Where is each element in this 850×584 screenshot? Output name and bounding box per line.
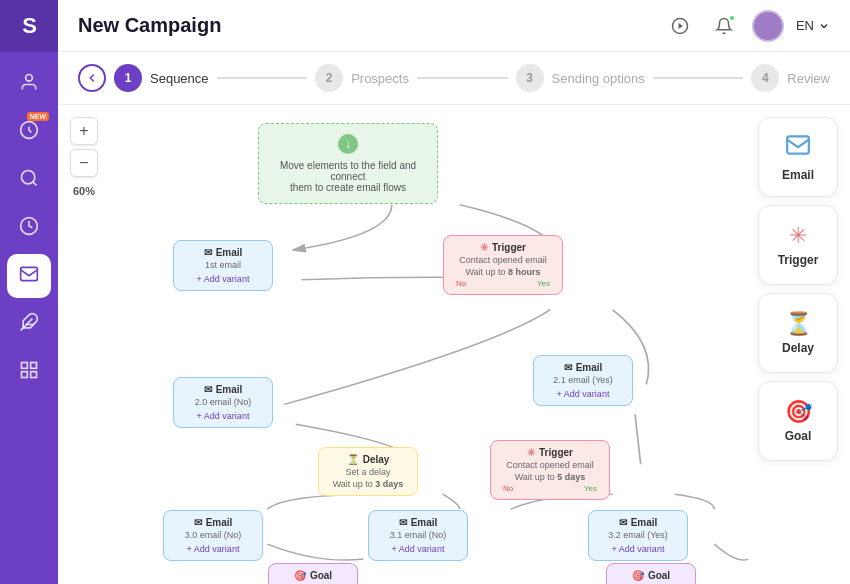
- plugins-icon: [19, 312, 39, 337]
- trigger-1-icon: ✳: [480, 242, 488, 253]
- sidebar-nav: NEW: [7, 52, 51, 584]
- add-variant-email-30[interactable]: + Add variant: [176, 544, 250, 554]
- svg-rect-13: [787, 136, 809, 153]
- add-variant-email-1st[interactable]: + Add variant: [186, 274, 260, 284]
- sidebar-item-email[interactable]: [7, 254, 51, 298]
- step-2[interactable]: 2 Prospects: [315, 64, 409, 92]
- notification-dot: [728, 14, 736, 22]
- panel-email-label: Email: [782, 168, 814, 182]
- svg-rect-7: [22, 362, 28, 368]
- svg-rect-8: [31, 362, 37, 368]
- svg-point-2: [22, 170, 35, 183]
- svg-rect-10: [22, 371, 28, 377]
- node-trigger-1-sub1: Contact opened email: [456, 255, 550, 265]
- panel-card-email[interactable]: Email: [758, 117, 838, 197]
- trigger-2-no: No: [503, 484, 513, 493]
- node-email-32[interactable]: ✉ Email 3.2 email (Yes) + Add variant: [588, 510, 688, 561]
- page-title: New Campaign: [78, 14, 664, 37]
- step-divider-1: [217, 77, 308, 79]
- node-trigger-2-title: ✳ Trigger: [503, 447, 597, 458]
- node-email-21[interactable]: ✉ Email 2.1 email (Yes) + Add variant: [533, 355, 633, 406]
- header-actions: EN: [664, 10, 830, 42]
- video-button[interactable]: [664, 10, 696, 42]
- sidebar-item-grid[interactable]: [7, 350, 51, 394]
- goal-1-icon: 🎯: [294, 570, 306, 581]
- search-icon: [19, 168, 39, 193]
- sidebar-item-contacts[interactable]: [7, 62, 51, 106]
- language-label: EN: [796, 18, 814, 33]
- node-delay-sub1: Set a delay: [331, 467, 405, 477]
- trigger-1-labels: No Yes: [456, 279, 550, 288]
- node-email-20[interactable]: ✉ Email 2.0 email (No) + Add variant: [173, 377, 273, 428]
- back-button[interactable]: [78, 64, 106, 92]
- email-31-icon: ✉: [399, 517, 407, 528]
- panel-delay-label: Delay: [782, 341, 814, 355]
- language-selector[interactable]: EN: [796, 18, 830, 33]
- step-1[interactable]: 1 Sequence: [114, 64, 209, 92]
- zoom-out-button[interactable]: −: [70, 149, 98, 177]
- goal-2-icon: 🎯: [632, 570, 644, 581]
- node-trigger-1[interactable]: ✳ Trigger Contact opened email Wait up t…: [443, 235, 563, 295]
- add-variant-email-21[interactable]: + Add variant: [546, 389, 620, 399]
- add-variant-email-32[interactable]: + Add variant: [601, 544, 675, 554]
- panel-delay-icon: ⏳: [785, 311, 812, 337]
- contacts-icon: [19, 72, 39, 97]
- panel-trigger-icon: ✳: [789, 223, 807, 249]
- canvas-toolbar: + − 60%: [70, 117, 98, 197]
- main-content: New Campaign EN 1 Sequence: [58, 0, 850, 584]
- trigger-2-yes: Yes: [584, 484, 597, 493]
- sidebar-item-activity[interactable]: [7, 206, 51, 250]
- app-logo[interactable]: S: [0, 0, 58, 52]
- email-node-icon: ✉: [204, 247, 212, 258]
- svg-rect-4: [21, 267, 38, 280]
- hint-node: ↓ Move elements to the field and connect…: [258, 123, 438, 204]
- panel-card-delay[interactable]: ⏳ Delay: [758, 293, 838, 373]
- node-trigger-2-sub2: Wait up to 5 days: [503, 472, 597, 482]
- flow-canvas: ↓ Move elements to the field and connect…: [58, 105, 850, 584]
- zoom-in-button[interactable]: +: [70, 117, 98, 145]
- sidebar-item-leads[interactable]: NEW: [7, 110, 51, 154]
- node-email-31-sub: 3.1 email (No): [381, 530, 455, 540]
- node-goal-1[interactable]: 🎯 Goal Not interested: [268, 563, 358, 584]
- step-4-label: Review: [787, 71, 830, 86]
- add-variant-email-20[interactable]: + Add variant: [186, 411, 260, 421]
- user-avatar[interactable]: [752, 10, 784, 42]
- sidebar-item-search[interactable]: [7, 158, 51, 202]
- node-email-21-title: ✉ Email: [546, 362, 620, 373]
- sidebar: S NEW: [0, 0, 58, 584]
- node-email-1st[interactable]: ✉ Email 1st email + Add variant: [173, 240, 273, 291]
- node-goal-2-title: 🎯 Goal: [619, 570, 683, 581]
- node-delay-1[interactable]: ⏳ Delay Set a delay Wait up to 3 days: [318, 447, 418, 496]
- notifications-button[interactable]: [708, 10, 740, 42]
- email-30-icon: ✉: [194, 517, 202, 528]
- node-email-31[interactable]: ✉ Email 3.1 email (No) + Add variant: [368, 510, 468, 561]
- node-email-20-title: ✉ Email: [186, 384, 260, 395]
- step-3[interactable]: 3 Sending options: [516, 64, 645, 92]
- trigger-1-yes: Yes: [537, 279, 550, 288]
- new-badge: NEW: [27, 112, 49, 121]
- right-panel: Email ✳ Trigger ⏳ Delay 🎯 Goal: [758, 117, 838, 461]
- node-email-31-title: ✉ Email: [381, 517, 455, 528]
- node-goal-2[interactable]: 🎯 Goal Interested: [606, 563, 696, 584]
- step-4[interactable]: 4 Review: [751, 64, 830, 92]
- sidebar-item-plugins[interactable]: [7, 302, 51, 346]
- panel-card-trigger[interactable]: ✳ Trigger: [758, 205, 838, 285]
- trigger-2-labels: No Yes: [503, 484, 597, 493]
- panel-card-goal[interactable]: 🎯 Goal: [758, 381, 838, 461]
- node-email-21-sub: 2.1 email (Yes): [546, 375, 620, 385]
- node-email-30[interactable]: ✉ Email 3.0 email (No) + Add variant: [163, 510, 263, 561]
- hint-text-2: them to create email flows: [275, 182, 421, 193]
- step-divider-2: [417, 77, 508, 79]
- node-email-1st-sub: 1st email: [186, 260, 260, 270]
- step-4-circle: 4: [751, 64, 779, 92]
- svg-point-0: [26, 74, 33, 81]
- steps-bar: 1 Sequence 2 Prospects 3 Sending options…: [58, 52, 850, 105]
- node-trigger-2[interactable]: ✳ Trigger Contact opened email Wait up t…: [490, 440, 610, 500]
- step-1-circle: 1: [114, 64, 142, 92]
- activity-icon: [19, 216, 39, 241]
- add-variant-email-31[interactable]: + Add variant: [381, 544, 455, 554]
- panel-email-icon: [785, 132, 811, 164]
- step-3-label: Sending options: [552, 71, 645, 86]
- zoom-level: 60%: [73, 185, 95, 197]
- email-icon: [19, 264, 39, 289]
